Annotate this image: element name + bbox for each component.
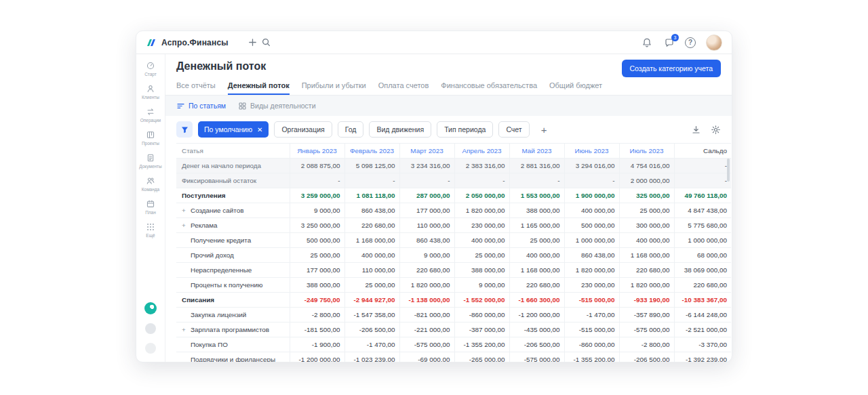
- app-body: СтартКлиентыОперацииПроектыДокументыКома…: [136, 54, 732, 362]
- help-icon[interactable]: ?: [685, 37, 696, 48]
- cell-value: 220 680,00: [619, 263, 674, 278]
- cell-value: 230 000,00: [564, 278, 619, 293]
- tab-pnl[interactable]: Прибыли и убытки: [302, 81, 366, 95]
- sidebar-item-projects[interactable]: Проекты: [142, 130, 159, 146]
- row-label[interactable]: Закупка лицензий: [176, 308, 290, 323]
- cell-value: -860 000,00: [564, 337, 619, 352]
- row-label[interactable]: Подрядчики и фрилансеры: [176, 352, 290, 362]
- sidebar-item-documents[interactable]: Документы: [139, 153, 162, 169]
- cell-value: -1 138 000,00: [399, 293, 454, 308]
- sidebar-item-operations[interactable]: Операции: [140, 107, 161, 123]
- cell-value: -933 190,00: [619, 293, 674, 308]
- clients-icon: [146, 84, 155, 93]
- tab-liabilities[interactable]: Финансовые обязательства: [441, 81, 537, 95]
- create-category-button[interactable]: Создать категорию учета: [622, 60, 721, 77]
- cell-value: 3 259 000,00: [290, 188, 344, 203]
- filter-organization-button[interactable]: Организация: [274, 121, 332, 138]
- sidebar-item-plan[interactable]: План: [145, 199, 156, 215]
- sidebar-item-label: Команда: [142, 187, 159, 192]
- row-label[interactable]: Денег на начало периода: [176, 159, 290, 173]
- filter-period-type-button[interactable]: Тип периода: [437, 121, 493, 138]
- view-activity-types[interactable]: Виды деятельности: [238, 102, 315, 110]
- documents-icon: [146, 153, 155, 163]
- cell-value: -181 500,00: [290, 323, 344, 337]
- filter-funnel-button[interactable]: [176, 121, 193, 138]
- cell-value: -: [509, 173, 564, 188]
- expand-icon[interactable]: +: [182, 222, 191, 229]
- tab-all-reports[interactable]: Все отчёты: [176, 81, 216, 95]
- cell-value: 500 000,00: [564, 218, 619, 233]
- filter-account-button[interactable]: Счет: [498, 121, 529, 138]
- cell-value: -515 000,00: [564, 293, 619, 308]
- cell-value: -435 000,00: [509, 323, 564, 337]
- row-label[interactable]: Покупка ПО: [176, 337, 290, 352]
- app-circle-icon[interactable]: [145, 343, 156, 354]
- row-label[interactable]: Проценты к получению: [176, 278, 290, 293]
- cell-value: 400 000,00: [619, 233, 674, 248]
- table-row: +Создание сайтов9 000,00860 438,00177 00…: [176, 203, 731, 218]
- cell-value: -821 000,00: [399, 308, 454, 323]
- filter-row-right: [691, 125, 721, 135]
- app-circle-icon[interactable]: [145, 323, 156, 334]
- tab-budget[interactable]: Общий бюджет: [549, 81, 602, 95]
- row-label[interactable]: +Зарплата программистов: [176, 323, 290, 337]
- row-label[interactable]: Получение кредита: [176, 233, 290, 248]
- bell-icon[interactable]: [640, 36, 654, 49]
- gear-icon[interactable]: [711, 125, 721, 135]
- sidebar-item-start[interactable]: Старт: [144, 61, 157, 77]
- sidebar-item-more[interactable]: Ещё: [146, 222, 155, 238]
- cell-value: 25 000,00: [290, 248, 344, 263]
- topbar: Аспро.Финансы 3 ?: [136, 31, 732, 54]
- funnel-icon: [180, 125, 189, 134]
- row-label[interactable]: Списания: [176, 293, 290, 308]
- tab-cash-flow[interactable]: Денежный поток: [228, 81, 290, 95]
- sidebar-item-clients[interactable]: Клиенты: [142, 84, 159, 100]
- tab-invoices[interactable]: Оплата счетов: [378, 81, 429, 95]
- table-row: +Реклама3 250 000,00220 680,00110 000,00…: [176, 218, 731, 233]
- view-by-articles[interactable]: По статьям: [176, 102, 226, 110]
- cell-value: 388 000,00: [290, 278, 344, 293]
- cell-value: 2 881 316,00: [509, 159, 564, 173]
- cell-value: 2 000 000,00: [619, 173, 674, 188]
- download-icon[interactable]: [691, 125, 701, 135]
- add-filter-button[interactable]: +: [537, 124, 551, 136]
- cell-value: 3 294 016,00: [564, 159, 619, 173]
- page-head: Денежный поток Создать категорию учета: [165, 54, 732, 77]
- team-icon: [146, 176, 155, 186]
- row-label[interactable]: +Реклама: [176, 218, 290, 233]
- row-label[interactable]: Нераспределенные: [176, 263, 290, 278]
- cell-value: -: [290, 173, 344, 188]
- row-label[interactable]: Фиксированный остаток: [176, 173, 290, 188]
- cell-value: 49 760 118,00: [674, 188, 731, 203]
- cell-value: -3 370,00: [674, 337, 731, 352]
- table-header-row: СтатьяЯнварь 2023Февраль 2023Март 2023Ап…: [176, 144, 731, 159]
- add-icon[interactable]: [246, 36, 260, 49]
- pinned-app-icon[interactable]: [144, 302, 157, 314]
- default-filter-chip[interactable]: По умолчанию ✕: [198, 121, 269, 138]
- cell-value: 1 165 000,00: [509, 218, 564, 233]
- row-label[interactable]: +Создание сайтов: [176, 203, 290, 218]
- cell-value: 287 000,00: [399, 188, 454, 203]
- cell-value: -1 200 000,00: [509, 308, 564, 323]
- filter-movement-type-button[interactable]: Вид движения: [369, 121, 431, 138]
- expand-icon[interactable]: +: [182, 207, 191, 214]
- cell-value: -1 552 000,00: [454, 293, 509, 308]
- cell-value: 1 168 000,00: [509, 263, 564, 278]
- avatar[interactable]: [706, 35, 722, 51]
- close-icon[interactable]: ✕: [257, 126, 262, 133]
- row-label[interactable]: Поступления: [176, 188, 290, 203]
- expand-icon[interactable]: +: [182, 326, 191, 333]
- filter-year-button[interactable]: Год: [338, 121, 364, 138]
- sidebar-item-team[interactable]: Команда: [142, 176, 159, 192]
- cash-flow-table: СтатьяЯнварь 2023Февраль 2023Март 2023Ап…: [165, 143, 732, 362]
- cell-value: -575 000,00: [619, 323, 674, 337]
- brand[interactable]: Аспро.Финансы: [146, 37, 229, 48]
- vertical-scrollbar[interactable]: [727, 159, 730, 182]
- cell-value: 300 000,00: [619, 218, 674, 233]
- screen: Аспро.Финансы 3 ?: [0, 0, 868, 395]
- search-icon[interactable]: [260, 36, 273, 49]
- list-icon: [176, 102, 185, 110]
- table-row: Фиксированный остаток------2 000 000,00-: [176, 173, 731, 188]
- row-label[interactable]: Прочий доход: [176, 248, 290, 263]
- chat-icon[interactable]: 3: [664, 37, 675, 48]
